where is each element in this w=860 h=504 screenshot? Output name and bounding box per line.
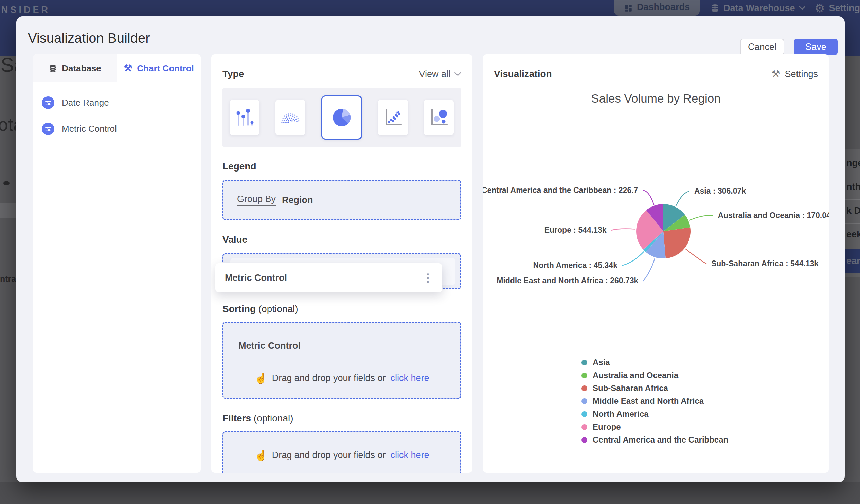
visualization-panel: Visualization ⚒ Settings Sales Volume by… bbox=[483, 54, 829, 473]
pie-label: Middle East and North Africa : 260.73k bbox=[497, 276, 638, 285]
legend-drop-zone[interactable]: Group By Region bbox=[223, 180, 461, 220]
menu-item-fragment[interactable]: eek bbox=[846, 229, 860, 240]
pie-label: Asia : 306.07k bbox=[694, 186, 746, 195]
tap-hand-icon: ☝ bbox=[254, 449, 267, 461]
legend-label: Central America and the Caribbean bbox=[593, 435, 728, 445]
list-item-label: Metric Control bbox=[62, 124, 117, 134]
app-logo: NSIDER bbox=[1, 5, 50, 15]
type-heading: Type bbox=[223, 69, 244, 80]
legend-item[interactable]: Middle East and North Africa bbox=[582, 395, 728, 407]
pie-label: North America : 45.34k bbox=[533, 261, 618, 270]
pie-label: Central America and the Caribbean : 226.… bbox=[483, 186, 638, 195]
dashboard-grid-icon bbox=[624, 4, 633, 13]
filters-drop-zone[interactable]: ☝ Drag and drop your fields or click her… bbox=[223, 431, 461, 473]
pie-slice[interactable] bbox=[663, 227, 690, 258]
list-item-metric-control[interactable]: Metric Control bbox=[42, 123, 201, 135]
menu-item-fragment[interactable]: nth bbox=[846, 182, 860, 192]
group-by-link[interactable]: Group By bbox=[237, 194, 276, 206]
sorting-heading: Sorting (optional) bbox=[223, 304, 298, 315]
click-here-link[interactable]: click here bbox=[391, 450, 429, 461]
modal-title: Visualization Builder bbox=[28, 31, 150, 46]
screen: NSIDER Dashboards Data Warehouse ⚙ Setti… bbox=[0, 0, 860, 504]
legend-label: Asia bbox=[593, 358, 610, 367]
chart-type-pie-selected[interactable] bbox=[321, 96, 362, 140]
bubble-chart-icon bbox=[429, 108, 448, 127]
nav-dashboards-label: Dashboards bbox=[637, 2, 690, 13]
pie-label: Europe : 544.13k bbox=[544, 226, 607, 234]
arc-dot-chart-icon bbox=[281, 111, 300, 124]
fields-panel: Database ⚒ Chart Control Date Range bbox=[33, 54, 201, 473]
sorting-drop-zone[interactable]: Metric Control ☝ Drag and drop your fiel… bbox=[223, 322, 461, 399]
scatter-chart-icon bbox=[384, 108, 402, 127]
visualization-builder-modal: Visualization Builder Cancel Save Databa… bbox=[16, 16, 845, 482]
chart-type-bubble[interactable] bbox=[424, 100, 454, 135]
chart-type-scatter[interactable] bbox=[378, 100, 408, 135]
value-drop-zone[interactable]: Metric Control ⋮ Metric Control ⋮ bbox=[223, 253, 461, 289]
legend-dot bbox=[582, 398, 587, 404]
legend-dot bbox=[582, 373, 587, 378]
tab-chart-control[interactable]: ⚒ Chart Control bbox=[117, 54, 201, 82]
legend-item[interactable]: North America bbox=[582, 407, 728, 420]
pie-callout-line bbox=[643, 258, 655, 281]
value-heading: Value bbox=[223, 234, 247, 245]
pie-chart-icon bbox=[331, 107, 353, 128]
legend-label: Australia and Oceania bbox=[593, 371, 678, 380]
tab-database-label: Database bbox=[62, 63, 101, 74]
viz-settings-label: Settings bbox=[785, 69, 818, 80]
pie-label: Australia and Oceania : 170.04k bbox=[718, 211, 829, 220]
chart-title: Sales Volume by Region bbox=[483, 92, 829, 105]
sliders-icon bbox=[42, 97, 54, 109]
field-card-label: Metric Control bbox=[225, 273, 287, 283]
legend-item[interactable]: Australia and Oceania bbox=[582, 369, 728, 382]
background-title-fragment: ota bbox=[0, 114, 16, 135]
cancel-button[interactable]: Cancel bbox=[740, 39, 784, 55]
legend-item[interactable]: Sub-Saharan Africa bbox=[582, 382, 728, 395]
sliders-icon bbox=[42, 123, 54, 135]
drop-hint-text: Drag and drop your fields or bbox=[272, 450, 386, 461]
gear-icon: ⚙ bbox=[815, 2, 825, 14]
nav-dashboards[interactable]: Dashboards bbox=[614, 0, 700, 16]
tools-icon: ⚒ bbox=[124, 63, 132, 73]
tools-icon: ⚒ bbox=[771, 69, 780, 79]
database-icon bbox=[711, 3, 719, 13]
viz-settings-button[interactable]: ⚒ Settings bbox=[771, 69, 818, 80]
chart-type-lollipop[interactable] bbox=[230, 100, 259, 135]
nav-settings[interactable]: ⚙ Settings bbox=[815, 1, 860, 16]
view-all-label: View all bbox=[419, 69, 450, 80]
visualization-heading: Visualization bbox=[494, 69, 552, 80]
nav-data-warehouse-label: Data Warehouse bbox=[723, 3, 795, 14]
save-button[interactable]: Save bbox=[794, 39, 837, 55]
tab-database[interactable]: Database bbox=[33, 54, 117, 82]
database-icon bbox=[48, 64, 57, 73]
menu-divider bbox=[845, 223, 860, 224]
menu-item-selected[interactable]: ear bbox=[845, 249, 860, 273]
legend-dot bbox=[582, 386, 587, 391]
pie-label: Sub-Saharan Africa : 544.13k bbox=[711, 259, 819, 268]
pie-callout-line bbox=[622, 252, 644, 265]
legend-item[interactable]: Asia bbox=[582, 356, 728, 369]
nav-data-warehouse[interactable]: Data Warehouse bbox=[711, 1, 805, 16]
menu-item-fragment[interactable]: nge bbox=[846, 158, 860, 169]
pie-callout-line bbox=[685, 249, 706, 264]
menu-divider bbox=[845, 199, 860, 200]
legend-item[interactable]: Central America and the Caribbean bbox=[582, 433, 728, 446]
legend-label: Middle East and North Africa bbox=[593, 396, 704, 406]
legend-dot bbox=[582, 424, 587, 430]
view-all-button[interactable]: View all bbox=[419, 69, 461, 80]
background-dropdown-edge: nge nth k D eek ear bbox=[845, 56, 860, 482]
chart-config-panel: Type View all bbox=[211, 54, 472, 473]
click-here-link[interactable]: click here bbox=[391, 373, 429, 384]
legend-item[interactable]: Europe bbox=[582, 420, 728, 433]
legend-dot bbox=[582, 411, 587, 417]
pie-chart: Asia : 306.07kAustralia and Oceania : 17… bbox=[483, 128, 829, 332]
menu-item-fragment: ear bbox=[846, 256, 860, 266]
menu-item-fragment[interactable]: k D bbox=[846, 205, 860, 216]
field-card-dragging[interactable]: Metric Control ⋮ bbox=[215, 263, 442, 292]
kebab-menu-icon[interactable]: ⋮ bbox=[422, 271, 433, 284]
chart-type-arc-dots[interactable] bbox=[275, 100, 305, 135]
filters-heading: Filters (optional) bbox=[223, 413, 293, 424]
legend-label: North America bbox=[593, 409, 648, 419]
list-item-date-range[interactable]: Date Range bbox=[42, 97, 201, 109]
sorting-field-label: Metric Control bbox=[239, 341, 460, 351]
background-bullet bbox=[3, 181, 10, 185]
